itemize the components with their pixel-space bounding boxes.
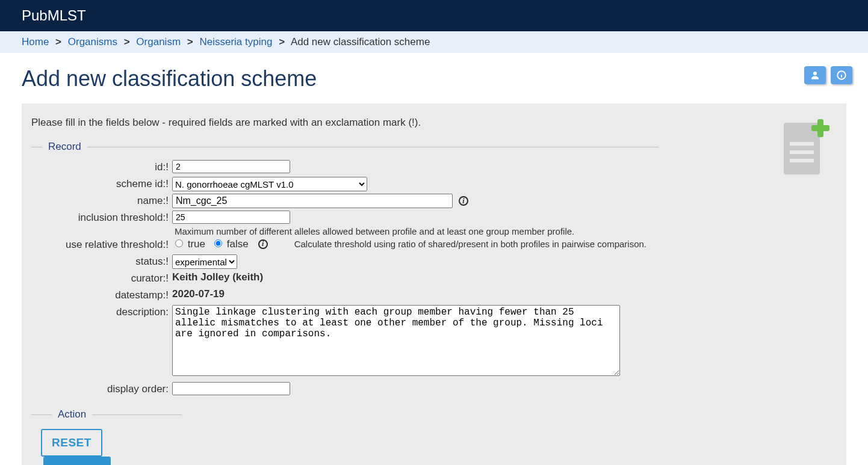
chevron-right-icon: > [187, 36, 193, 48]
breadcrumb-organisms[interactable]: Organisms [68, 36, 117, 48]
radio-false[interactable] [214, 239, 222, 247]
brand-title: PubMLST [22, 7, 86, 23]
svg-rect-9 [811, 125, 829, 131]
svg-point-3 [842, 73, 842, 73]
breadcrumb-current: Add new classification scheme [291, 36, 430, 48]
chevron-right-icon: > [55, 36, 61, 48]
datestamp-value: 2020-07-19 [172, 288, 225, 300]
reset-button[interactable]: RESET [41, 429, 102, 457]
label-scheme-id: scheme id:! [31, 177, 172, 190]
status-select[interactable]: experimental [172, 254, 237, 269]
action-legend: Action [52, 408, 92, 420]
label-id: id:! [31, 160, 172, 173]
breadcrumb-organism[interactable]: Organism [136, 36, 181, 48]
svg-rect-6 [790, 150, 814, 154]
info-icon[interactable]: i [258, 239, 268, 249]
breadcrumb: Home > Organisms > Organism > Neisseria … [0, 31, 868, 53]
inclusion-threshold-field[interactable] [172, 211, 290, 224]
use-relative-threshold-hint: Calculate threshold using ratio of share… [294, 239, 646, 249]
label-datestamp: datestamp:! [31, 288, 172, 301]
user-icon[interactable] [804, 66, 826, 84]
info-icon[interactable] [831, 66, 852, 84]
info-icon[interactable]: i [459, 196, 468, 206]
top-bar: PubMLST [0, 0, 868, 31]
action-fieldset: Action RESET SUBMIT [31, 408, 182, 465]
intro-text: Please fill in the fields below - requir… [31, 117, 837, 129]
radio-true-text: true [188, 238, 205, 250]
svg-point-0 [813, 72, 817, 75]
radio-false-text: false [227, 238, 249, 250]
page-title: Add new classification scheme [22, 66, 846, 91]
curator-value: Keith Jolley (keith) [172, 271, 263, 283]
breadcrumb-typing[interactable]: Neisseria typing [199, 36, 272, 48]
form-panel: Please fill in the fields below - requir… [22, 103, 846, 465]
chevron-right-icon: > [124, 36, 130, 48]
label-name: name:! [31, 194, 172, 207]
chevron-right-icon: > [279, 36, 285, 48]
record-fieldset: Record id:! scheme id:! N. gonorrhoeae c… [31, 141, 659, 399]
breadcrumb-home[interactable]: Home [22, 36, 49, 48]
name-field[interactable] [172, 194, 453, 208]
svg-rect-7 [790, 159, 814, 162]
label-use-relative-threshold: use relative threshold:! [31, 238, 172, 251]
inclusion-threshold-hint: Maximum number of different alleles allo… [175, 226, 574, 236]
id-field[interactable] [172, 160, 290, 173]
scheme-id-select[interactable]: N. gonorrhoeae cgMLST v1.0 [172, 177, 367, 191]
add-document-icon [780, 117, 831, 179]
record-legend: Record [42, 141, 87, 153]
label-description: description: [31, 305, 172, 318]
display-order-field[interactable] [172, 382, 290, 395]
label-display-order: display order: [31, 382, 172, 395]
label-curator: curator:! [31, 271, 172, 285]
radio-true-label[interactable]: true [172, 238, 205, 250]
svg-rect-5 [790, 142, 814, 146]
radio-true[interactable] [175, 239, 183, 247]
description-field[interactable] [172, 305, 620, 376]
submit-button[interactable]: SUBMIT [43, 457, 111, 465]
radio-false-label[interactable]: false [211, 238, 249, 250]
label-inclusion-threshold: inclusion threshold:! [31, 211, 172, 224]
label-status: status:! [31, 254, 172, 268]
